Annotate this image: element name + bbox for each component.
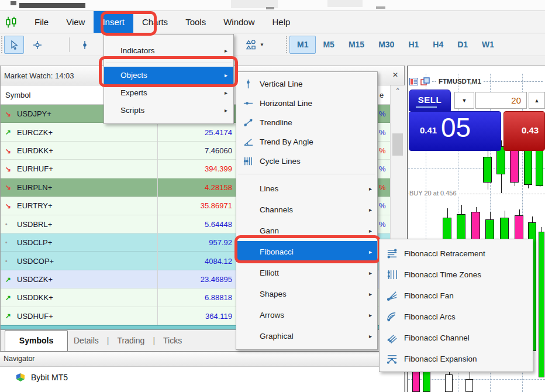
insert-menu-item-objects[interactable]: Objects▸ xyxy=(104,67,233,84)
objects-toolbar-button[interactable]: ▼ xyxy=(243,36,267,54)
scrollbar-thumb[interactable] xyxy=(392,133,403,156)
fibonacci-menu-item-fibonacci-expansion[interactable]: Fibonacci Expansion xyxy=(380,348,533,369)
tab-ticks[interactable]: Ticks xyxy=(163,336,182,345)
objects-menu-item-gann[interactable]: Gann▸ xyxy=(236,220,377,241)
menu-item-label: Shapes xyxy=(260,290,369,298)
submenu-arrow-icon: ▸ xyxy=(369,270,372,276)
gridline-dash xyxy=(432,81,436,82)
objects-menu-item-graphical[interactable]: Graphical▸ xyxy=(236,325,377,346)
symbol-label: EURHUF+ xyxy=(17,164,53,173)
menu-item-insert[interactable]: Insert xyxy=(94,11,133,33)
dropdown-caret-icon: ▼ xyxy=(260,42,264,47)
menu-item-label: Channels xyxy=(260,205,369,214)
timeframe-h4[interactable]: H4 xyxy=(426,36,450,54)
insert-menu-item-experts[interactable]: Experts▸ xyxy=(104,84,233,102)
menu-item-window[interactable]: Window xyxy=(215,11,263,33)
spinner-up-icon: ▲ xyxy=(534,98,540,104)
timeframe-m5[interactable]: M5 xyxy=(316,36,341,54)
column-header-fragment: e xyxy=(380,91,384,99)
change-percent-fragment: % xyxy=(379,183,386,192)
tab-symbols[interactable]: Symbols xyxy=(5,330,68,351)
sell-tab[interactable]: SELL xyxy=(409,90,451,111)
timeframe-h1[interactable]: H1 xyxy=(401,36,426,54)
volume-up-button[interactable]: ▲ xyxy=(529,92,545,109)
chart-windows-icon[interactable] xyxy=(420,77,430,85)
objects-menu-item-fibonacci[interactable]: Fibonacci▸ xyxy=(236,241,377,262)
navigator-broker-item[interactable]: Bybit MT5 xyxy=(0,372,404,382)
fibonacci-menu-item-fibonacci-fan[interactable]: Fibonacci Fan xyxy=(380,285,533,306)
menu-item-label: Lines xyxy=(260,184,369,193)
objects-menu-item-trend-by-angle[interactable]: Trend By Angle xyxy=(236,132,377,152)
timeframe-m15[interactable]: M15 xyxy=(342,36,371,54)
objects-menu-item-horizontal-line[interactable]: Horizontal Line xyxy=(236,94,377,113)
objects-menu-item-channels[interactable]: Channels▸ xyxy=(236,199,377,220)
window-fragment xyxy=(266,7,274,9)
window-fragment xyxy=(376,6,385,9)
chart-symbol-label: FTMUSDT,M1 xyxy=(439,78,481,85)
ask-price-main: 0.43 xyxy=(522,125,539,135)
market-watch-title: Market Watch: 14:03 xyxy=(4,71,74,80)
symbol-label: USDDKK+ xyxy=(17,293,53,302)
bid-price-big-digits: 05 xyxy=(441,112,471,143)
vertical-line-icon xyxy=(79,39,91,51)
objects-menu-item-lines[interactable]: Lines▸ xyxy=(236,178,377,199)
scroll-up-icon[interactable]: ^ xyxy=(391,85,405,96)
tab-trading[interactable]: Trading xyxy=(117,336,144,345)
menu-item-charts[interactable]: Charts xyxy=(133,11,177,33)
insert-menu-item-scripts[interactable]: Scripts▸ xyxy=(104,102,233,119)
trend-up-icon: ↗ xyxy=(5,128,15,136)
objects-menu-item-shapes[interactable]: Shapes▸ xyxy=(236,283,377,304)
vertical-line-tool-button[interactable] xyxy=(75,36,95,54)
fibonacci-menu-item-fibonacci-retracement[interactable]: Fibonacci Retracement xyxy=(380,243,533,264)
objects-menu-item-arrows[interactable]: Arrows▸ xyxy=(236,304,377,325)
fibonacci-menu-item-fibonacci-arcs[interactable]: Fibonacci Arcs xyxy=(380,306,533,327)
menu-item-label: Horizontal Line xyxy=(260,99,377,108)
candle-body xyxy=(524,147,532,185)
fibonacci-menu-item-fibonacci-time-zones[interactable]: Fibonacci Time Zones xyxy=(380,264,533,285)
trend-by-angle-icon xyxy=(236,136,260,147)
tab-details[interactable]: Details xyxy=(74,336,99,345)
objects-menu-item-trendline[interactable]: Trendline xyxy=(236,113,377,132)
sell-price-button[interactable]: 0.41 05 xyxy=(409,111,501,151)
menu-item-view[interactable]: View xyxy=(57,11,94,33)
menu-item-label: Elliott xyxy=(260,269,369,277)
fibonacci-menu-item-fibonacci-channel[interactable]: Fibonacci Channel xyxy=(380,327,533,348)
broker-label: Bybit MT5 xyxy=(31,373,68,382)
change-percent-fragment: % xyxy=(379,164,386,173)
toolbar-grip[interactable] xyxy=(286,36,287,53)
volume-field[interactable]: 20 xyxy=(475,92,527,109)
menu-items: FileViewInsertChartsToolsWindowHelp xyxy=(26,11,299,33)
trend-up-icon: ↗ xyxy=(5,276,15,284)
cycle-lines-icon xyxy=(236,156,260,167)
menu-item-file[interactable]: File xyxy=(26,11,57,33)
objects-menu-item-cycle-lines[interactable]: Cycle Lines xyxy=(236,152,377,171)
objects-menu-item-vertical-line[interactable]: Vertical Line xyxy=(236,74,377,94)
menu-item-help[interactable]: Help xyxy=(264,11,299,33)
navigator-title[interactable]: Navigator xyxy=(0,352,404,367)
trend-down-icon: ↘ xyxy=(5,110,15,118)
window-fragment xyxy=(11,1,16,5)
buy-price-button[interactable]: 0.43 xyxy=(503,111,545,151)
volume-dropdown-button[interactable]: ▼ xyxy=(454,92,474,109)
timeframe-d1[interactable]: D1 xyxy=(450,36,475,54)
insert-menu-item-indicators[interactable]: Indicators▸ xyxy=(104,42,233,60)
fibo-fan-icon xyxy=(380,290,404,301)
crosshair-tool-button[interactable] xyxy=(27,36,47,54)
timeframe-m1[interactable]: M1 xyxy=(289,36,316,54)
menu-separator xyxy=(106,63,232,63)
timeframe-m30[interactable]: M30 xyxy=(371,36,401,54)
window-fragment xyxy=(19,3,85,8)
cursor-tool-button[interactable] xyxy=(4,36,24,54)
menu-item-label: Graphical xyxy=(260,332,369,341)
bid-value: 4.28158 xyxy=(148,183,232,192)
candle-body xyxy=(483,157,492,183)
symbol-label: EURDKK+ xyxy=(17,146,53,155)
close-icon[interactable]: ✕ xyxy=(391,71,400,79)
objects-menu-item-elliott[interactable]: Elliott▸ xyxy=(236,262,377,283)
timeframe-w1[interactable]: W1 xyxy=(475,36,501,54)
menu-separator xyxy=(238,174,375,174)
menu-item-tools[interactable]: Tools xyxy=(177,11,215,33)
one-click-panel-icon[interactable] xyxy=(409,78,418,85)
trend-down-icon: ↘ xyxy=(5,183,15,191)
toolbar-grip[interactable] xyxy=(1,36,2,53)
